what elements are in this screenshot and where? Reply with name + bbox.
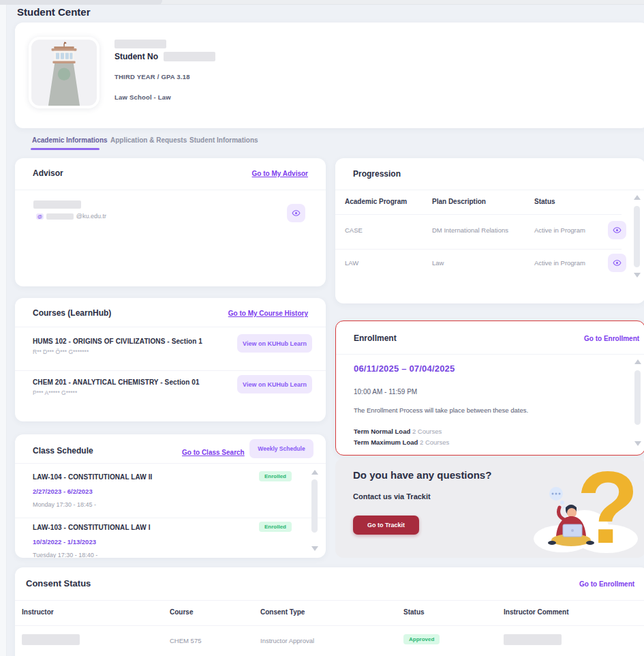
column-header-course: Course [170,608,193,616]
normal-load-value: 2 Courses [412,428,442,435]
go-to-enrollment-link[interactable]: Go to Enrollment [584,335,639,342]
consent-status-card: Consent Status Go to Enrollment Instruct… [15,567,644,656]
view-on-kuhub-learn-button[interactable]: View on KUHub Learn [237,334,312,353]
plan-cell: DM International Relations [432,226,508,234]
advisor-title: Advisor [33,168,63,178]
at-icon: @ [36,213,44,220]
clock-tower-illustration [31,40,97,106]
advisor-name-redacted [33,200,81,209]
go-to-enrollment-link[interactable]: Go to Enrollment [579,580,634,588]
enrollment-date-range: 06/11/2025 – 07/04/2025 [354,363,455,374]
avatar [29,37,99,108]
column-header-plan-description: Plan Description [432,198,486,205]
progression-view-button[interactable] [608,221,626,239]
advisor-view-button[interactable] [287,204,305,222]
divider [15,518,326,518]
go-to-my-advisor-link[interactable]: Go to My Advisor [252,170,308,177]
scrollbar-thumb[interactable] [634,370,641,425]
consent-status-title: Consent Status [26,578,91,588]
enrollment-title: Enrollment [354,333,397,343]
program-cell: LAW [345,259,358,267]
instructor-name-redacted [22,634,80,645]
course-title: HUMS 102 - ORIGINS OF CIVILIZATIONS - Se… [33,338,202,345]
column-header-instructor-comment: Instructor Comment [504,608,569,616]
schedule-dates: 10/3/2022 - 1/13/2023 [33,538,96,546]
go-to-course-history-link[interactable]: Go to My Course History [228,310,308,317]
column-header-status: Status [534,198,555,205]
status-cell: Active in Program [534,226,585,234]
max-load-label: Term Maximum Load [354,438,418,446]
class-schedule-title: Class Schedule [33,446,93,456]
weekly-schedule-button[interactable]: Weekly Schedule [249,439,313,458]
scroll-down-arrow[interactable] [634,273,641,278]
course-instructor: P*** A***** G***** [33,389,77,396]
divider [15,190,326,190]
progression-title: Progression [353,169,401,179]
class-schedule-card: Class Schedule Go to Class Search Weekly… [15,434,326,558]
go-to-class-search-link[interactable]: Go to Class Search [182,449,245,456]
student-center-page: Student Center Student No THI [0,0,644,656]
course-title: CHEM 201 - ANALYTICAL CHEMISTRY - Sectio… [33,378,200,386]
courses-title: Courses (LearnHub) [33,308,111,318]
tab-academic-informations[interactable]: Academic Informations [32,136,108,144]
divider [15,370,326,371]
divider [335,214,622,215]
progression-view-button[interactable] [608,254,626,272]
divider [15,463,326,464]
divider [335,249,622,250]
school-text: Law School - Law [114,93,171,101]
student-name-redacted [114,40,166,48]
questions-title: Do you have any questions? [353,469,491,481]
progression-card: Progression Academic Program Plan Descri… [335,158,644,303]
divider [336,354,644,355]
column-header-consent-type: Consent Type [260,608,305,616]
status-cell: Active in Program [534,259,585,267]
enrolled-badge: Enrolled [259,471,292,481]
schedule-time: Tuesday 17:30 - 18:40 - [33,552,97,558]
column-header-instructor: Instructor [22,608,54,616]
view-on-kuhub-learn-button[interactable]: View on KUHub Learn [237,375,312,393]
scrollbar-thumb[interactable] [634,206,640,267]
scrollbar-thumb[interactable] [311,479,318,533]
enrollment-description: The Enrollment Process will take place b… [354,404,565,416]
divider [335,190,644,190]
advisor-email-redacted [46,213,74,220]
enrollment-time-range: 10:00 AM - 11:59 PM [354,388,417,396]
consent-type-cell: Instructor Approval [260,637,314,644]
column-header-status: Status [403,608,425,616]
divider [15,327,326,327]
scroll-up-arrow[interactable] [311,470,318,475]
scroll-up-arrow[interactable] [634,359,641,364]
column-header-academic-program: Academic Program [345,198,407,205]
normal-load-label: Term Normal Load [354,428,410,435]
enrolled-badge: Enrolled [259,522,292,532]
scroll-down-arrow[interactable] [311,546,318,551]
schedule-course-title: LAW-104 - CONSTITUTIONAL LAW II [33,473,153,481]
max-load-value: 2 Courses [420,438,449,446]
student-no-redacted [164,52,215,61]
schedule-course-title: LAW-103 - CONSTITUTIONAL LAW I [33,524,151,531]
scroll-down-arrow[interactable] [634,441,641,446]
student-no-label: Student No [114,52,158,61]
tab-student-informations[interactable]: Student Informations [189,136,258,144]
go-to-trackit-button[interactable]: Go to Trackit [353,516,419,535]
page-title: Student Center [17,6,91,18]
enrollment-card: Enrollment Go to Enrollment 06/11/2025 –… [335,320,644,456]
advisor-email-domain: @ku.edu.tr [76,213,106,220]
instructor-comment-redacted [504,634,562,645]
tab-application-requests[interactable]: Application & Requests [110,136,187,144]
divider [15,625,644,626]
eye-icon [292,209,301,218]
scroll-up-arrow[interactable] [634,195,641,200]
advisor-card: Advisor Go to My Advisor @ @ku.edu.tr [15,158,326,286]
eye-icon [613,258,622,267]
approved-badge: Approved [403,634,440,644]
active-tab-underline [31,148,99,150]
browser-tab-edge [0,0,162,5]
divider [15,600,644,601]
year-gpa-text: THIRD YEAR / GPA 3.18 [114,73,190,80]
questions-card: Do you have any questions? Contact us vi… [335,458,644,558]
left-panel-edge [0,5,7,656]
questions-subtitle: Contact us via Trackit [353,492,431,501]
courses-learnhub-card: Courses (LearnHub) Go to My Course Histo… [15,298,326,421]
